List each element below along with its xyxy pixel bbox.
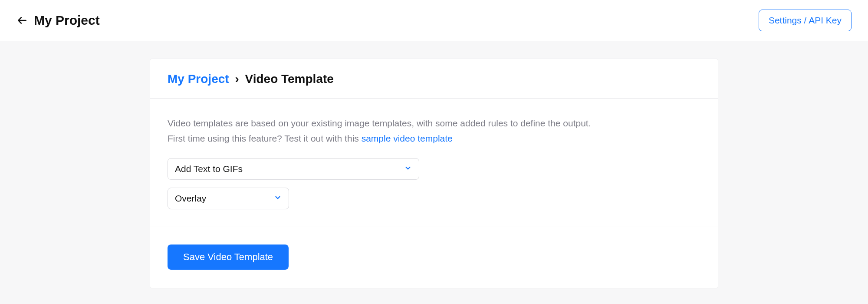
save-video-template-button[interactable]: Save Video Template: [168, 245, 289, 270]
sample-video-template-link[interactable]: sample video template: [362, 133, 453, 143]
template-select[interactable]: Add Text to GIFs: [168, 158, 419, 180]
card: My Project › Video Template Video templa…: [150, 59, 718, 288]
help-line-2-prefix: First time using this feature? Test it o…: [168, 133, 362, 143]
help-text: Video templates are based on your existi…: [168, 116, 700, 146]
breadcrumb: My Project › Video Template: [168, 72, 700, 86]
topbar: My Project Settings / API Key: [0, 0, 868, 41]
main: My Project › Video Template Video templa…: [0, 41, 868, 288]
help-line-1: Video templates are based on your existi…: [168, 116, 700, 131]
mode-select-row: Overlay: [168, 188, 700, 209]
topbar-left: My Project: [16, 13, 100, 28]
help-line-2: First time using this feature? Test it o…: [168, 131, 700, 146]
card-header: My Project › Video Template: [150, 59, 718, 99]
card-footer: Save Video Template: [150, 227, 718, 288]
page-title: My Project: [34, 13, 100, 28]
breadcrumb-current: Video Template: [245, 72, 334, 86]
settings-api-key-button[interactable]: Settings / API Key: [759, 10, 852, 31]
back-arrow-icon[interactable]: [16, 15, 28, 26]
template-select-value: Add Text to GIFs: [175, 164, 243, 174]
template-select-row: Add Text to GIFs: [168, 158, 700, 180]
chevron-down-icon: [274, 193, 282, 204]
chevron-down-icon: [404, 164, 412, 174]
mode-select[interactable]: Overlay: [168, 188, 289, 209]
mode-select-value: Overlay: [175, 193, 206, 204]
breadcrumb-separator: ›: [232, 72, 241, 86]
card-body: Video templates are based on your existi…: [150, 99, 718, 227]
breadcrumb-root-link[interactable]: My Project: [168, 72, 229, 86]
